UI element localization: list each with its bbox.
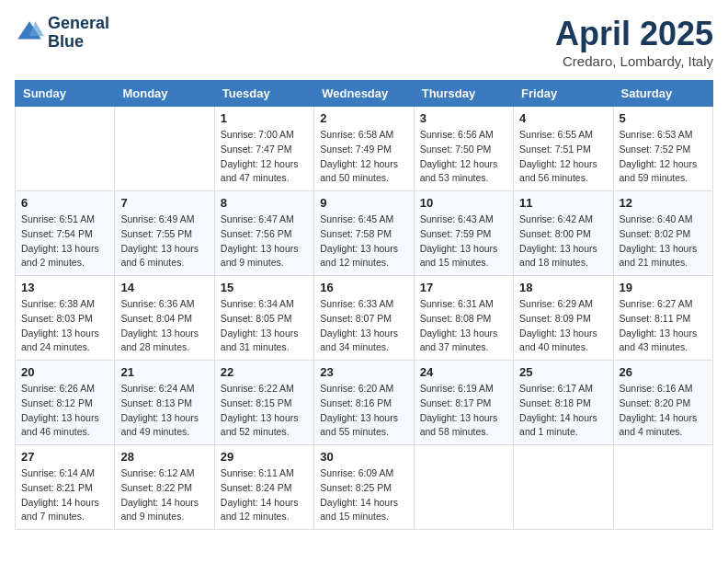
sunrise-text: Sunrise: 6:27 AM — [620, 298, 693, 309]
calendar-cell: 18 Sunrise: 6:29 AM Sunset: 8:09 PM Dayl… — [514, 276, 613, 361]
calendar-week-row: 20 Sunrise: 6:26 AM Sunset: 8:12 PM Dayl… — [16, 361, 713, 445]
calendar-cell: 13 Sunrise: 6:38 AM Sunset: 8:03 PM Dayl… — [16, 276, 115, 361]
sunset-text: Sunset: 8:16 PM — [320, 397, 392, 408]
day-number: 25 — [519, 365, 607, 379]
day-number: 18 — [519, 281, 607, 294]
day-info: Sunrise: 6:17 AM Sunset: 8:18 PM Dayligh… — [519, 382, 607, 440]
sunrise-text: Sunrise: 6:20 AM — [320, 383, 393, 394]
day-info: Sunrise: 6:58 AM Sunset: 7:49 PM Dayligh… — [320, 128, 407, 186]
weekday-header: Friday — [514, 81, 613, 107]
weekday-header-row: SundayMondayTuesdayWednesdayThursdayFrid… — [16, 81, 713, 107]
calendar-cell: 14 Sunrise: 6:36 AM Sunset: 8:04 PM Dayl… — [115, 276, 214, 361]
sunrise-text: Sunrise: 6:56 AM — [420, 129, 494, 140]
day-info: Sunrise: 6:47 AM Sunset: 7:56 PM Dayligh… — [221, 213, 308, 270]
day-number: 6 — [21, 196, 108, 210]
day-number: 26 — [620, 365, 707, 379]
calendar-cell: 17 Sunrise: 6:31 AM Sunset: 8:08 PM Dayl… — [414, 276, 513, 361]
sunset-text: Sunset: 7:50 PM — [420, 144, 492, 155]
sunset-text: Sunset: 8:09 PM — [519, 313, 591, 324]
sunrise-text: Sunrise: 6:40 AM — [620, 213, 693, 224]
daylight-text: Daylight: 12 hours and 47 minutes. — [221, 158, 299, 184]
page-header: General Blue April 2025 Credaro, Lombard… — [15, 15, 713, 69]
sunrise-text: Sunrise: 6:55 AM — [519, 129, 593, 140]
weekday-header: Saturday — [613, 81, 712, 107]
logo: General Blue — [15, 15, 109, 52]
day-info: Sunrise: 6:42 AM Sunset: 8:00 PM Dayligh… — [519, 213, 607, 270]
sunset-text: Sunset: 7:59 PM — [420, 228, 492, 239]
day-number: 29 — [221, 450, 308, 464]
day-number: 22 — [221, 365, 308, 379]
daylight-text: Daylight: 13 hours and 52 minutes. — [221, 412, 299, 438]
weekday-header: Tuesday — [214, 81, 313, 107]
day-info: Sunrise: 6:45 AM Sunset: 7:58 PM Dayligh… — [320, 213, 407, 270]
sunset-text: Sunset: 7:56 PM — [221, 228, 292, 239]
sunrise-text: Sunrise: 6:16 AM — [620, 383, 693, 394]
sunset-text: Sunset: 8:12 PM — [21, 397, 93, 408]
daylight-text: Daylight: 13 hours and 37 minutes. — [420, 327, 498, 353]
day-number: 4 — [519, 111, 607, 125]
day-number: 14 — [120, 281, 208, 294]
day-info: Sunrise: 6:16 AM Sunset: 8:20 PM Dayligh… — [620, 382, 707, 440]
daylight-text: Daylight: 13 hours and 9 minutes. — [221, 243, 299, 269]
day-info: Sunrise: 6:36 AM Sunset: 8:04 PM Dayligh… — [120, 297, 208, 355]
sunset-text: Sunset: 8:18 PM — [519, 397, 591, 408]
daylight-text: Daylight: 14 hours and 15 minutes. — [320, 497, 398, 523]
day-info: Sunrise: 6:33 AM Sunset: 8:07 PM Dayligh… — [320, 297, 407, 355]
day-info: Sunrise: 6:22 AM Sunset: 8:15 PM Dayligh… — [221, 382, 308, 440]
sunset-text: Sunset: 8:17 PM — [420, 397, 492, 408]
day-number: 20 — [21, 365, 108, 379]
daylight-text: Daylight: 13 hours and 15 minutes. — [420, 243, 498, 269]
daylight-text: Daylight: 13 hours and 55 minutes. — [320, 412, 398, 438]
calendar-cell: 21 Sunrise: 6:24 AM Sunset: 8:13 PM Dayl… — [115, 361, 214, 445]
day-info: Sunrise: 7:00 AM Sunset: 7:47 PM Dayligh… — [221, 128, 308, 186]
weekday-header: Sunday — [16, 81, 115, 107]
calendar-week-row: 13 Sunrise: 6:38 AM Sunset: 8:03 PM Dayl… — [16, 276, 713, 361]
day-info: Sunrise: 6:38 AM Sunset: 8:03 PM Dayligh… — [21, 297, 108, 355]
calendar-cell: 12 Sunrise: 6:40 AM Sunset: 8:02 PM Dayl… — [613, 191, 712, 276]
sunset-text: Sunset: 8:00 PM — [519, 228, 591, 239]
calendar-cell — [613, 445, 712, 530]
calendar-table: SundayMondayTuesdayWednesdayThursdayFrid… — [15, 80, 713, 530]
logo-text: General Blue — [48, 15, 109, 52]
daylight-text: Daylight: 12 hours and 50 minutes. — [320, 158, 398, 184]
daylight-text: Daylight: 13 hours and 28 minutes. — [120, 327, 199, 353]
day-number: 23 — [320, 365, 407, 379]
day-number: 17 — [420, 281, 507, 294]
sunset-text: Sunset: 7:52 PM — [620, 144, 691, 155]
day-info: Sunrise: 6:11 AM Sunset: 8:24 PM Dayligh… — [221, 466, 308, 524]
calendar-cell: 16 Sunrise: 6:33 AM Sunset: 8:07 PM Dayl… — [314, 276, 414, 361]
sunset-text: Sunset: 7:47 PM — [221, 144, 292, 155]
sunrise-text: Sunrise: 6:38 AM — [21, 298, 95, 309]
sunset-text: Sunset: 8:07 PM — [320, 313, 392, 324]
day-info: Sunrise: 6:29 AM Sunset: 8:09 PM Dayligh… — [519, 297, 607, 355]
day-info: Sunrise: 6:14 AM Sunset: 8:21 PM Dayligh… — [21, 466, 108, 524]
sunset-text: Sunset: 7:58 PM — [320, 228, 392, 239]
calendar-cell: 19 Sunrise: 6:27 AM Sunset: 8:11 PM Dayl… — [613, 276, 712, 361]
day-number: 11 — [519, 196, 607, 210]
sunrise-text: Sunrise: 6:09 AM — [320, 467, 393, 478]
sunrise-text: Sunrise: 6:24 AM — [120, 383, 194, 394]
sunrise-text: Sunrise: 6:58 AM — [320, 129, 393, 140]
sunset-text: Sunset: 8:03 PM — [21, 313, 93, 324]
day-number: 2 — [320, 111, 407, 125]
location: Credaro, Lombardy, Italy — [555, 53, 713, 69]
sunset-text: Sunset: 8:13 PM — [120, 397, 192, 408]
calendar-cell: 11 Sunrise: 6:42 AM Sunset: 8:00 PM Dayl… — [514, 191, 613, 276]
day-number: 19 — [620, 281, 707, 294]
sunrise-text: Sunrise: 6:17 AM — [519, 383, 593, 394]
month-title: April 2025 — [555, 15, 713, 53]
daylight-text: Daylight: 13 hours and 6 minutes. — [120, 243, 199, 269]
day-number: 8 — [221, 196, 308, 210]
day-info: Sunrise: 6:31 AM Sunset: 8:08 PM Dayligh… — [420, 297, 507, 355]
sunrise-text: Sunrise: 6:45 AM — [320, 213, 393, 224]
sunrise-text: Sunrise: 6:53 AM — [620, 129, 693, 140]
sunset-text: Sunset: 8:11 PM — [620, 313, 691, 324]
day-info: Sunrise: 6:34 AM Sunset: 8:05 PM Dayligh… — [221, 297, 308, 355]
day-number: 1 — [221, 111, 308, 125]
title-block: April 2025 Credaro, Lombardy, Italy — [555, 15, 713, 69]
sunrise-text: Sunrise: 6:47 AM — [221, 213, 294, 224]
day-info: Sunrise: 6:24 AM Sunset: 8:13 PM Dayligh… — [120, 382, 208, 440]
daylight-text: Daylight: 14 hours and 4 minutes. — [620, 412, 698, 438]
daylight-text: Daylight: 13 hours and 46 minutes. — [21, 412, 99, 438]
day-number: 27 — [21, 450, 108, 464]
